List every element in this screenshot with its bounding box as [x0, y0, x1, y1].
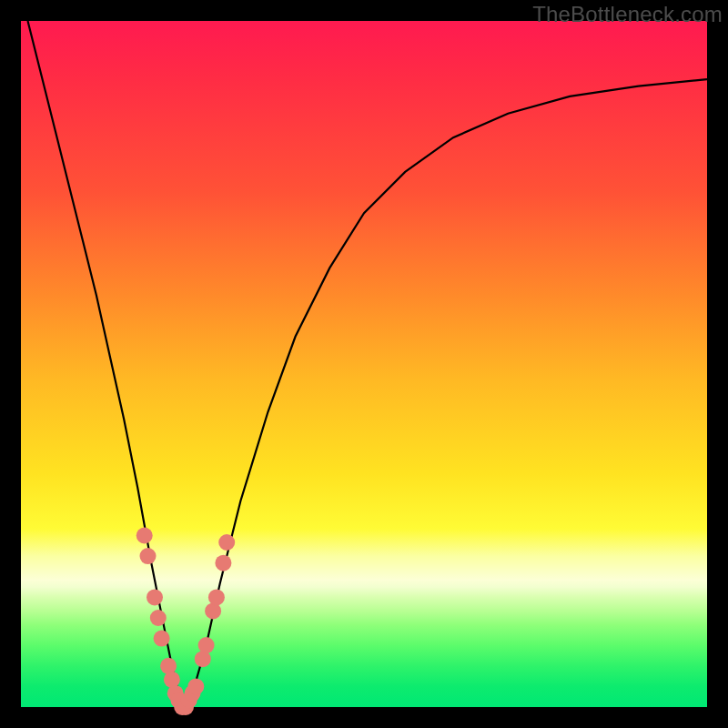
data-marker: [208, 589, 225, 605]
data-marker: [160, 658, 177, 674]
data-marker: [198, 637, 215, 653]
marker-group: [136, 528, 236, 716]
data-marker: [164, 672, 180, 688]
data-marker: [154, 631, 170, 647]
data-marker: [218, 534, 235, 551]
data-marker: [205, 602, 221, 619]
watermark-text: TheBottleneck.com: [532, 2, 723, 27]
plot-area: [21, 21, 707, 707]
bottleneck-curve: [28, 21, 708, 707]
data-marker: [150, 610, 167, 626]
data-marker: [147, 589, 163, 605]
chart-svg: [21, 21, 707, 707]
data-marker: [136, 528, 153, 544]
data-marker: [215, 555, 231, 571]
chart-frame: TheBottleneck.com: [0, 0, 728, 728]
data-marker: [140, 548, 157, 564]
data-marker: [187, 678, 204, 694]
data-marker: [195, 651, 211, 667]
